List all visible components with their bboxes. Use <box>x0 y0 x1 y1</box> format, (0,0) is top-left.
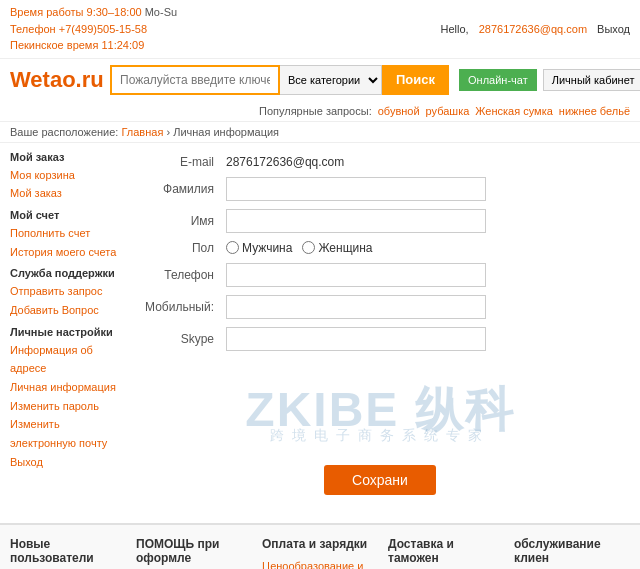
footer-col-2: ПОМОЩЬ при оформле учебник Заказать Стат… <box>136 537 252 570</box>
sidebar-item-send-request[interactable]: Отправить запрос <box>10 282 120 301</box>
sidebar-item-logout[interactable]: Выход <box>10 453 120 472</box>
firstname-label: Имя <box>130 205 220 237</box>
popular-link-3[interactable]: Женская сумка <box>475 105 553 117</box>
gender-male-label: Мужчина <box>226 241 292 255</box>
email-value: 2876172636@qq.com <box>226 155 344 169</box>
footer-col-5-title: обслуживание клиен <box>514 537 630 565</box>
work-days-link[interactable]: Mo-Su <box>145 6 177 18</box>
footer-col-4: Доставка и таможен Доставка методы Доста… <box>388 537 504 570</box>
breadcrumb: Ваше расположение: Главная › Личная инфо… <box>0 122 640 143</box>
sidebar-item-history[interactable]: История моего счета <box>10 243 120 262</box>
form-row-gender: Пол Мужчина Женщина <box>130 237 630 259</box>
footer-link-pricing[interactable]: Ценообразование и заключок <box>262 557 378 570</box>
footer-col-2-title: ПОМОЩЬ при оформле <box>136 537 252 565</box>
category-select[interactable]: Все категории <box>280 65 382 95</box>
save-button[interactable]: Сохрани <box>324 465 436 495</box>
breadcrumb-home[interactable]: Главная <box>121 126 163 138</box>
search-input[interactable] <box>110 65 280 95</box>
popular-bar: Популярные запросы: обувной рубашка Женс… <box>0 101 640 122</box>
sidebar-item-topup[interactable]: Пополнить счет <box>10 224 120 243</box>
sidebar-title-account: Мой счет <box>10 209 120 221</box>
beijing-time-label: Пекинское время <box>10 39 98 51</box>
personal-info-form: E-mail 2876172636@qq.com Фамилия Имя Пол… <box>130 151 630 355</box>
chat-button[interactable]: Онлайн-чат <box>459 69 537 91</box>
phone-label: Телефон <box>130 259 220 291</box>
breadcrumb-current: Личная информация <box>173 126 279 138</box>
sidebar-item-myorder[interactable]: Мой заказ <box>10 184 120 203</box>
sidebar-item-password[interactable]: Изменить пароль <box>10 397 120 416</box>
breadcrumb-prefix: Ваше расположение: <box>10 126 121 138</box>
top-bar: Время работы 9:30–18:00 Mo-Su Телефон +7… <box>0 0 640 59</box>
footer-col-4-title: Доставка и таможен <box>388 537 504 565</box>
footer-col-1-title: Новые пользователи <box>10 537 126 565</box>
header: Wetao.ru Все категории Поиск Онлайн-чат … <box>0 59 640 101</box>
main-area: Мой заказ Моя корзина Мой заказ Мой счет… <box>0 143 640 523</box>
mobile-label: Мобильный: <box>130 291 220 323</box>
gender-female-radio[interactable] <box>302 241 315 254</box>
skype-label: Skype <box>130 323 220 355</box>
form-row-phone: Телефон <box>130 259 630 291</box>
footer-sections: Новые пользователи О нас Регистрация и н… <box>0 523 640 570</box>
gender-label: Пол <box>130 237 220 259</box>
hello-label: Hello, <box>441 23 469 35</box>
top-bar-user: Hello, 2876172636@qq.com Выход <box>441 23 630 35</box>
gender-female-label: Женщина <box>302 241 372 255</box>
phone-label: Телефон <box>10 23 56 35</box>
footer-col-5: обслуживание клиен связаться с нами Жало… <box>514 537 630 570</box>
watermark-sub: 跨境电子商务系统专家 <box>270 427 490 445</box>
lastname-label: Фамилия <box>130 173 220 205</box>
popular-label: Популярные запросы: <box>259 105 372 117</box>
form-row-mobile: Мобильный: <box>130 291 630 323</box>
form-row-lastname: Фамилия <box>130 173 630 205</box>
top-bar-info: Время работы 9:30–18:00 Mo-Su Телефон +7… <box>10 4 177 54</box>
form-row-email: E-mail 2876172636@qq.com <box>130 151 630 173</box>
watermark-area: ZKIBE 纵科 跨境电子商务系统专家 <box>130 365 630 455</box>
work-hours: Время работы 9:30–18:00 <box>10 6 142 18</box>
sidebar-item-address[interactable]: Информация об адресе <box>10 341 120 378</box>
save-area: Сохрани <box>130 465 630 495</box>
popular-link-4[interactable]: нижнее бельё <box>559 105 630 117</box>
logo: Wetao.ru <box>10 67 100 93</box>
cabinet-button[interactable]: Личный кабинет <box>543 69 640 91</box>
content-area: E-mail 2876172636@qq.com Фамилия Имя Пол… <box>130 151 630 515</box>
gender-radio-group: Мужчина Женщина <box>226 241 624 255</box>
gender-male-radio[interactable] <box>226 241 239 254</box>
footer-col-3: Оплата и зарядки Ценообразование и заклю… <box>262 537 378 570</box>
mobile-input[interactable] <box>226 295 486 319</box>
phone-number: +7(499)505-15-58 <box>59 23 147 35</box>
firstname-input[interactable] <box>226 209 486 233</box>
sidebar-item-email[interactable]: Изменить электронную почту <box>10 415 120 452</box>
lastname-input[interactable] <box>226 177 486 201</box>
sidebar-item-personal-info[interactable]: Личная информация <box>10 378 120 397</box>
popular-link-1[interactable]: обувной <box>378 105 420 117</box>
logout-link[interactable]: Выход <box>597 23 630 35</box>
sidebar-title-order: Мой заказ <box>10 151 120 163</box>
sidebar-item-add-question[interactable]: Добавить Вопрос <box>10 301 120 320</box>
form-row-firstname: Имя <box>130 205 630 237</box>
header-right-buttons: Онлайн-чат Личный кабинет Корзина: 0 Шт <box>459 69 640 91</box>
user-email-link[interactable]: 2876172636@qq.com <box>479 23 587 35</box>
footer-col-3-title: Оплата и зарядки <box>262 537 378 551</box>
sidebar-title-support: Служба поддержки <box>10 267 120 279</box>
popular-link-2[interactable]: рубашка <box>426 105 470 117</box>
search-button[interactable]: Поиск <box>382 65 449 95</box>
email-label: E-mail <box>130 151 220 173</box>
gender-female-text: Женщина <box>318 241 372 255</box>
search-area: Все категории Поиск <box>110 65 449 95</box>
gender-male-text: Мужчина <box>242 241 292 255</box>
sidebar-title-settings: Личные настройки <box>10 326 120 338</box>
sidebar: Мой заказ Моя корзина Мой заказ Мой счет… <box>10 151 120 515</box>
phone-input[interactable] <box>226 263 486 287</box>
skype-input[interactable] <box>226 327 486 351</box>
sidebar-item-cart[interactable]: Моя корзина <box>10 166 120 185</box>
beijing-time: 11:24:09 <box>101 39 144 51</box>
form-row-skype: Skype <box>130 323 630 355</box>
footer-col-1: Новые пользователи О нас Регистрация и н… <box>10 537 126 570</box>
